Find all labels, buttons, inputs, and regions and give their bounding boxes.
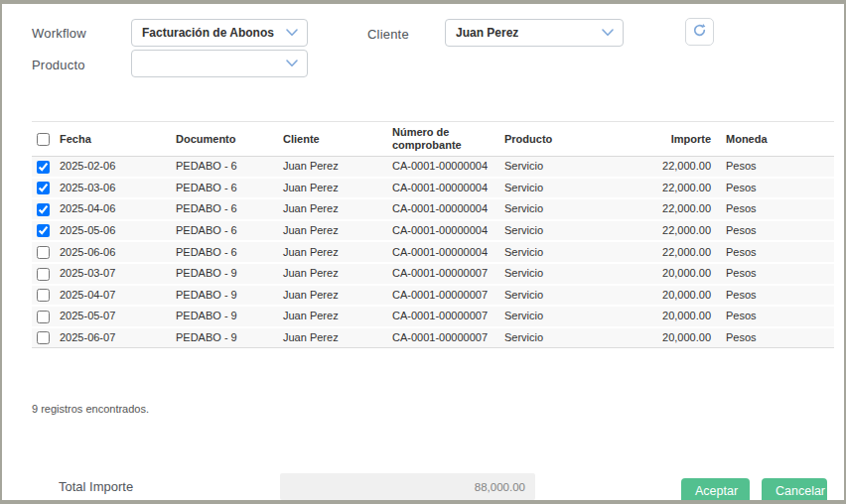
row-checkbox[interactable] — [37, 311, 50, 323]
cliente-select-value: Juan Perez — [456, 26, 518, 40]
cell-importe: 20,000.00 — [618, 327, 714, 348]
accept-button[interactable]: Aceptar — [681, 478, 750, 503]
cell-moneda: Pesos — [714, 157, 834, 178]
cell-importe: 22,000.00 — [618, 198, 714, 220]
cell-documento: PEDABO - 9 — [176, 327, 283, 348]
cancel-button[interactable]: Cancelar — [762, 478, 827, 503]
cell-fecha: 2025-04-06 — [60, 198, 176, 220]
column-header-producto: Producto — [504, 122, 618, 157]
cell-importe: 22,000.00 — [618, 157, 714, 178]
cell-cliente: Juan Perez — [283, 327, 392, 348]
table-row: 2025-04-07PEDABO - 9Juan PerezCA-0001-00… — [32, 285, 834, 307]
column-header-documento: Documento — [176, 122, 283, 157]
refresh-icon — [692, 23, 707, 42]
total-importe-label: Total Importe — [59, 479, 133, 494]
cell-comprobante: CA-0001-00000004 — [392, 220, 504, 242]
chevron-down-icon — [286, 60, 298, 67]
cell-cliente: Juan Perez — [283, 263, 392, 285]
row-checkbox[interactable] — [37, 289, 50, 302]
cell-fecha: 2025-04-07 — [60, 285, 176, 307]
cell-fecha: 2025-02-06 — [60, 157, 176, 178]
total-importe-field: 88,000.00 — [280, 473, 535, 500]
cell-producto: Servicio — [504, 157, 618, 178]
cell-cliente: Juan Perez — [283, 306, 392, 327]
table-header-row: Fecha Documento Cliente Número de compro… — [32, 122, 834, 157]
cell-comprobante: CA-0001-00000007 — [392, 263, 504, 285]
results-table: Fecha Documento Cliente Número de compro… — [32, 121, 834, 348]
cell-cliente: Juan Perez — [283, 241, 392, 263]
cell-producto: Servicio — [504, 263, 618, 285]
cliente-select[interactable]: Juan Perez — [445, 19, 624, 47]
cell-moneda: Pesos — [714, 285, 834, 307]
workflow-select[interactable]: Facturación de Abonos — [131, 19, 308, 47]
cell-importe: 22,000.00 — [618, 178, 714, 199]
chevron-down-icon — [602, 29, 614, 37]
cell-documento: PEDABO - 9 — [176, 263, 283, 285]
table-row: 2025-05-07PEDABO - 9Juan PerezCA-0001-00… — [32, 306, 834, 327]
cell-moneda: Pesos — [714, 306, 834, 327]
column-header-fecha: Fecha — [60, 122, 176, 157]
cell-comprobante: CA-0001-00000004 — [392, 241, 504, 263]
cell-producto: Servicio — [504, 198, 618, 220]
cell-importe: 20,000.00 — [618, 263, 714, 285]
cell-documento: PEDABO - 9 — [176, 306, 283, 327]
cell-moneda: Pesos — [714, 220, 834, 242]
table-row: 2025-06-07PEDABO - 9Juan PerezCA-0001-00… — [32, 327, 834, 348]
cell-cliente: Juan Perez — [283, 285, 392, 307]
cell-cliente: Juan Perez — [283, 178, 392, 199]
row-checkbox[interactable] — [37, 246, 50, 259]
cell-comprobante: CA-0001-00000007 — [392, 285, 504, 307]
cell-comprobante: CA-0001-00000004 — [392, 157, 504, 178]
cell-moneda: Pesos — [714, 327, 834, 348]
dialog-window: Workflow Facturación de Abonos Cliente J… — [0, 0, 846, 504]
producto-label: Producto — [32, 58, 85, 72]
cell-producto: Servicio — [504, 220, 618, 242]
workflow-label: Workflow — [32, 26, 86, 41]
cell-documento: PEDABO - 6 — [176, 198, 283, 220]
cell-fecha: 2025-03-06 — [60, 178, 176, 199]
row-checkbox[interactable] — [37, 268, 50, 281]
cell-comprobante: CA-0001-00000004 — [392, 178, 504, 199]
cell-importe: 20,000.00 — [618, 306, 714, 327]
cliente-label: Cliente — [367, 27, 409, 42]
cell-documento: PEDABO - 6 — [176, 157, 283, 178]
cell-moneda: Pesos — [714, 198, 834, 220]
cell-comprobante: CA-0001-00000007 — [392, 306, 504, 327]
row-checkbox[interactable] — [37, 203, 50, 216]
workflow-select-value: Facturación de Abonos — [142, 26, 274, 40]
cell-moneda: Pesos — [714, 178, 834, 199]
cell-fecha: 2025-06-06 — [60, 241, 176, 263]
cell-cliente: Juan Perez — [283, 157, 392, 178]
cell-fecha: 2025-03-07 — [60, 263, 176, 285]
cell-documento: PEDABO - 6 — [176, 241, 283, 263]
cell-fecha: 2025-05-07 — [60, 306, 176, 327]
row-checkbox[interactable] — [37, 224, 50, 237]
cell-producto: Servicio — [504, 241, 618, 263]
producto-select[interactable] — [131, 50, 308, 77]
cell-fecha: 2025-05-06 — [60, 220, 176, 242]
cell-comprobante: CA-0001-00000007 — [392, 327, 504, 348]
cell-cliente: Juan Perez — [283, 220, 392, 242]
cell-producto: Servicio — [504, 306, 618, 327]
column-header-cliente: Cliente — [283, 122, 392, 157]
select-all-checkbox[interactable] — [37, 133, 50, 146]
table-row: 2025-03-07PEDABO - 9Juan PerezCA-0001-00… — [32, 263, 834, 285]
cell-documento: PEDABO - 6 — [176, 220, 283, 242]
table-row: 2025-05-06PEDABO - 6Juan PerezCA-0001-00… — [32, 220, 834, 242]
cell-importe: 20,000.00 — [618, 285, 714, 307]
table-row: 2025-04-06PEDABO - 6Juan PerezCA-0001-00… — [32, 198, 834, 220]
row-checkbox[interactable] — [37, 161, 50, 174]
column-header-comprobante: Número de comprobante — [392, 122, 504, 157]
refresh-button[interactable] — [685, 18, 714, 46]
cell-moneda: Pesos — [714, 263, 834, 285]
cell-comprobante: CA-0001-00000004 — [392, 198, 504, 220]
column-header-importe: Importe — [618, 122, 714, 157]
table-row: 2025-02-06PEDABO - 6Juan PerezCA-0001-00… — [32, 157, 834, 178]
row-checkbox[interactable] — [37, 182, 50, 194]
cell-documento: PEDABO - 9 — [176, 285, 283, 307]
row-checkbox[interactable] — [37, 331, 50, 344]
cell-documento: PEDABO - 6 — [176, 178, 283, 199]
table-row: 2025-03-06PEDABO - 6Juan PerezCA-0001-00… — [32, 178, 834, 199]
cell-fecha: 2025-06-07 — [60, 327, 176, 348]
cell-importe: 22,000.00 — [618, 241, 714, 263]
